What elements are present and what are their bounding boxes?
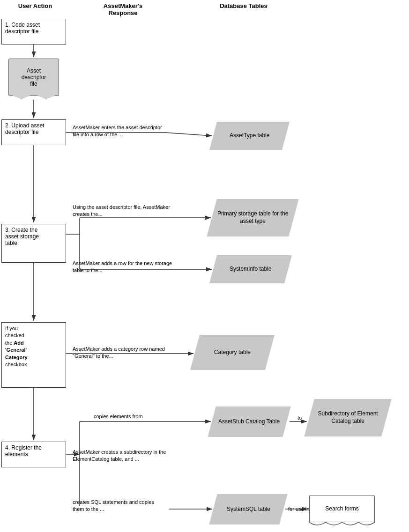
- header-database: Database Tables: [206, 2, 281, 9]
- systeminfo-label: SystemInfo table: [230, 266, 271, 273]
- step4-box: 4. Register the elements: [1, 442, 66, 467]
- step3-box: 3. Create the asset storage table: [1, 224, 66, 263]
- asset-descriptor-label: Asset descriptor file: [22, 67, 46, 87]
- svg-line-6: [165, 133, 212, 136]
- search-forms-doc: Search forms: [309, 495, 375, 522]
- primary-storage-label: Primary storage table for the asset type: [212, 210, 294, 225]
- diagram-container: User Action AssetMaker's Response Databa…: [0, 0, 409, 532]
- category-text: AssetMaker adds a category row named "Ge…: [73, 346, 169, 360]
- assettype-para: AssetType table: [209, 122, 290, 150]
- sql-text: creates SQL statements and copies them t…: [73, 499, 166, 513]
- category-para: Category table: [190, 335, 275, 370]
- copies-elements-text: copies elements from: [94, 413, 169, 420]
- step2-box: 2. Upload asset descriptor file: [1, 119, 66, 145]
- assettype-label: AssetType table: [230, 132, 269, 140]
- category-label: Category table: [214, 349, 251, 356]
- element-catalog-text: AssetMaker creates a subdirectory in the…: [73, 449, 166, 463]
- subdirectory-para: Subdirectory of Element Catalog table: [304, 399, 391, 436]
- to-label: to: [297, 414, 302, 421]
- systeminfo-para: SystemInfo table: [209, 255, 292, 283]
- search-forms-wave: [309, 522, 375, 528]
- header-user-action: User Action: [2, 2, 68, 9]
- search-forms-label: Search forms: [325, 505, 358, 512]
- primary-storage-para: Primary storage table for the asset type: [207, 199, 298, 236]
- upload-text: AssetMaker enters the asset descriptor f…: [73, 124, 166, 139]
- for-use-in-label: for use in: [288, 506, 309, 513]
- systemsql-label: SystemSQL table: [227, 506, 270, 513]
- create-systeminfo-text: AssetMaker adds a row for the new storag…: [73, 260, 173, 274]
- assetstub-para: AssetStub Catalog Table: [208, 406, 290, 437]
- create-primary-text: Using the asset descriptor file, AssetMa…: [73, 204, 173, 218]
- systemsql-para: SystemSQL table: [209, 494, 287, 525]
- header-assetmaker: AssetMaker's Response: [87, 2, 159, 16]
- subdirectory-label: Subdirectory of Element Catalog table: [309, 410, 387, 425]
- assetstub-label: AssetStub Catalog Table: [218, 418, 280, 426]
- conditional-box: If youcheckedthe Add'General'Categoryche…: [1, 322, 66, 388]
- asset-descriptor-shape: Asset descriptor file: [8, 59, 59, 96]
- step1-box: 1. Code asset descriptor file: [1, 19, 66, 44]
